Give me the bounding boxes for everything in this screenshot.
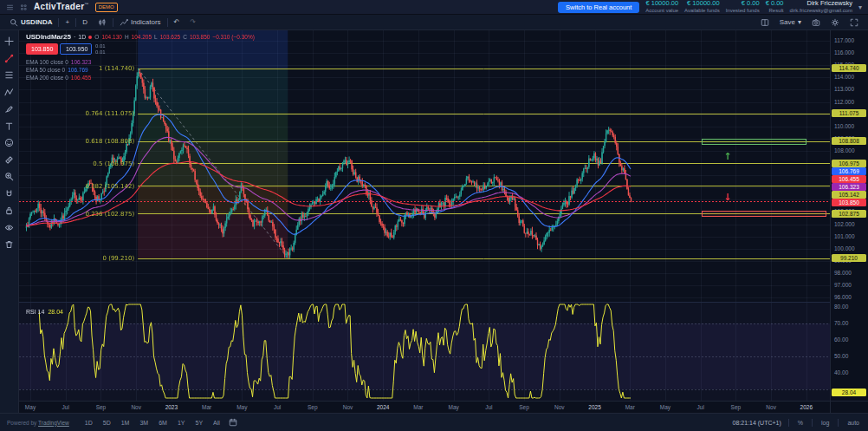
apps-grid-icon[interactable] <box>20 3 28 11</box>
time-axis-label: Jul <box>274 404 281 410</box>
axis-tick: 96.000 <box>834 294 852 300</box>
indicators-label: Indicators <box>131 18 161 26</box>
demo-badge: DEMO <box>95 3 118 12</box>
interval-button[interactable]: D <box>78 15 92 30</box>
price-axis[interactable]: 117.000116.000115.000114.000113.000112.0… <box>830 30 868 401</box>
available-funds-stat: € 10000.00 Available funds <box>684 0 720 14</box>
range-1d-button[interactable]: 1D <box>81 419 96 427</box>
time-axis-label: Sep <box>96 404 107 410</box>
symbol-name: USDINDA <box>21 18 52 26</box>
axis-tick: 97.000 <box>834 282 852 288</box>
calendar-icon[interactable] <box>229 418 237 427</box>
ruler-icon <box>4 155 14 165</box>
range-5d-button[interactable]: 5D <box>100 419 114 427</box>
percent-scale-button[interactable]: % <box>796 420 805 426</box>
buy-button[interactable]: 103.950 <box>60 43 92 55</box>
range-6m-button[interactable]: 6M <box>155 419 171 427</box>
save-layout-button[interactable]: Save ▾ <box>775 15 806 30</box>
plus-icon: + <box>65 18 69 26</box>
user-name: Dirk Friczewsky <box>806 0 852 8</box>
tool-pattern[interactable] <box>3 87 16 98</box>
fullscreen-button[interactable] <box>845 15 863 30</box>
time-axis-label: Jul <box>485 404 492 410</box>
invested-funds-value: € 0.00 <box>742 0 760 8</box>
indicators-icon <box>120 18 128 27</box>
screenshot-button[interactable] <box>807 15 825 30</box>
ema-100-value: 106.323 <box>71 59 92 65</box>
price-tag: 106.769 <box>832 167 866 175</box>
price-tag: 106.975 <box>832 160 866 167</box>
redo-icon: ↷ <box>190 18 196 26</box>
tradingview-link[interactable]: TradingView <box>38 420 69 426</box>
undo-button[interactable]: ↶ <box>170 15 185 30</box>
trash-icon <box>4 239 14 249</box>
price-tag: 99.210 <box>832 254 866 262</box>
price-tag: 111.075 <box>832 109 866 117</box>
tool-magnet[interactable] <box>3 188 16 199</box>
time-axis[interactable]: MayJulSepNov2023MarMayJulSepNov2024MarMa… <box>19 401 830 414</box>
tool-measure[interactable] <box>3 154 16 166</box>
ema-200-row[interactable]: EMA 200 close 0 106.455 <box>26 74 91 82</box>
tool-text[interactable] <box>3 121 16 132</box>
tool-zoom[interactable] <box>3 171 16 182</box>
invested-funds-label: Invested funds <box>726 8 760 14</box>
tool-fibonacci[interactable] <box>3 69 16 81</box>
rsi-value: 28.04 <box>48 309 63 315</box>
ema-100-row[interactable]: EMA 100 close 0 106.323 <box>26 58 91 66</box>
tool-crosshair[interactable] <box>3 36 16 47</box>
range-1y-button[interactable]: 1Y <box>174 419 189 427</box>
range-5y-button[interactable]: 5Y <box>191 419 206 427</box>
user-menu-chevron-icon[interactable]: ▾ <box>858 3 862 11</box>
chart-toolbar: USDINDA + D Indicators ↶ ↷ Save ▾ <box>0 15 868 30</box>
rsi-legend[interactable]: RSI 14 28.04 <box>26 309 63 315</box>
layout-button[interactable] <box>756 15 774 30</box>
tool-trend-line[interactable] <box>3 53 16 64</box>
redo-button[interactable]: ↷ <box>185 15 200 30</box>
add-symbol-button[interactable]: + <box>61 15 74 30</box>
tool-remove-drawings[interactable] <box>3 238 16 250</box>
time-axis-label: Nov <box>343 404 353 410</box>
pattern-icon <box>4 88 14 97</box>
time-axis-label: 2024 <box>377 404 389 410</box>
close-value: 103.850 <box>190 34 211 40</box>
change-value: −0.310 (−0.30%) <box>212 34 254 40</box>
indicators-button[interactable]: Indicators <box>115 15 165 30</box>
ema-200-value: 106.455 <box>71 75 92 81</box>
legend-symbol[interactable]: USDIndMar25 <box>26 33 71 41</box>
interval-label: D <box>82 18 87 26</box>
auto-scale-button[interactable]: auto <box>845 420 861 426</box>
search-icon <box>10 18 18 27</box>
axis-tick: 117.000 <box>834 37 854 43</box>
user-account-menu[interactable]: Dirk Friczewsky dirk.friczewsky@gmail.co… <box>790 0 852 14</box>
tool-hide-drawings[interactable] <box>3 222 16 233</box>
trademark-symbol: ™ <box>84 2 88 7</box>
invested-funds-stat: € 0.00 Invested funds <box>726 0 760 14</box>
eye-icon <box>4 223 14 232</box>
tool-brush[interactable] <box>3 103 16 114</box>
sell-button[interactable]: 103.850 <box>26 43 58 55</box>
chart-settings-button[interactable] <box>826 15 844 30</box>
range-all-button[interactable]: All <box>210 419 223 427</box>
price-chart-canvas[interactable] <box>19 30 830 401</box>
toolbar-divider <box>58 18 59 27</box>
switch-to-real-account-button[interactable]: Switch to Real account <box>558 2 639 13</box>
price-tag: 106.323 <box>832 183 866 191</box>
symbol-search-button[interactable]: USDINDA <box>5 15 56 30</box>
tool-emoji[interactable] <box>3 137 16 148</box>
axis-tick: 40.00 <box>834 369 848 375</box>
tool-lock[interactable] <box>3 205 16 216</box>
account-value-label: Account value <box>645 8 678 14</box>
rsi-label: RSI 14 <box>26 309 44 315</box>
menu-icon[interactable] <box>6 3 14 11</box>
chart-type-button[interactable] <box>94 15 111 30</box>
market-clock[interactable]: 08:21:14 (UTC+1) <box>733 420 781 426</box>
price-tag: 114.740 <box>832 64 866 72</box>
available-funds-value: € 10000.00 <box>687 0 720 8</box>
ema-50-row[interactable]: EMA 50 close 0 106.769 <box>26 66 91 74</box>
range-3m-button[interactable]: 3M <box>136 419 152 427</box>
range-1m-button[interactable]: 1M <box>118 419 133 427</box>
layout-icon <box>761 18 769 27</box>
log-scale-button[interactable]: log <box>819 420 831 426</box>
time-axis-label: Mar <box>413 404 423 410</box>
axis-tick: 50.00 <box>834 353 848 359</box>
